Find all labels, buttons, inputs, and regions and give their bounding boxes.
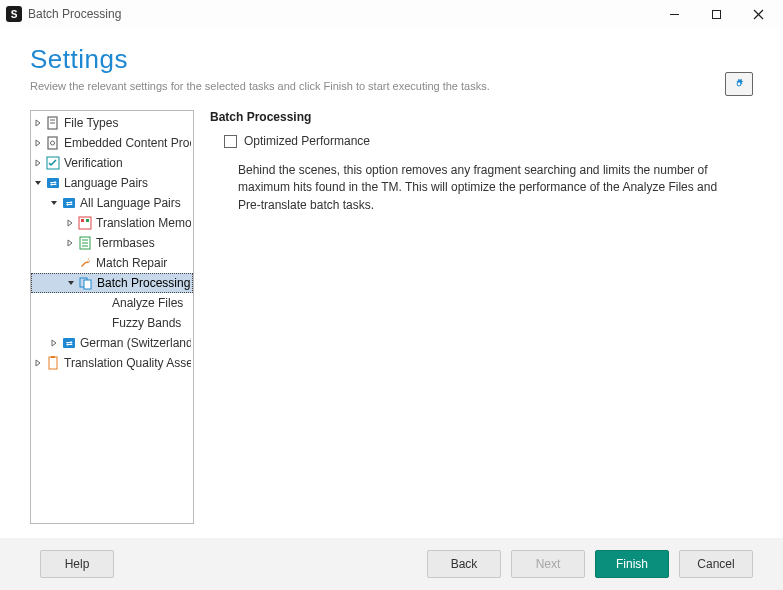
svg-text:⇄: ⇄: [66, 339, 73, 348]
app-icon: S: [6, 6, 22, 22]
expander-icon[interactable]: [65, 218, 75, 228]
optimized-performance-checkbox[interactable]: [224, 135, 237, 148]
tree-item-tqa[interactable]: Translation Quality Assessment: [31, 353, 193, 373]
page-subtitle: Review the relevant settings for the sel…: [30, 80, 753, 92]
panel-heading: Batch Processing: [210, 110, 753, 124]
language-icon: ⇄: [61, 335, 77, 351]
language-icon: ⇄: [45, 175, 61, 191]
svg-point-5: [738, 83, 741, 86]
expander-spacer: [81, 318, 91, 328]
titlebar: S Batch Processing: [0, 0, 783, 28]
svg-rect-16: [79, 217, 91, 229]
footer: Help Back Next Finish Cancel: [0, 538, 783, 590]
finish-button[interactable]: Finish: [595, 550, 669, 578]
language-icon: ⇄: [61, 195, 77, 211]
settings-tree[interactable]: File Types Embedded Content Processors V…: [30, 110, 194, 524]
expander-icon[interactable]: [33, 158, 43, 168]
spacer-icon: [93, 315, 109, 331]
tree-item-translation-memory[interactable]: Translation Memory: [31, 213, 193, 233]
svg-rect-24: [84, 280, 91, 289]
expander-icon[interactable]: [65, 238, 75, 248]
svg-rect-18: [86, 219, 89, 222]
expander-collapse-icon[interactable]: [49, 198, 59, 208]
batch-icon: [78, 275, 94, 291]
content-panel: Batch Processing Optimized Performance B…: [194, 110, 753, 524]
tree-label: Match Repair: [96, 256, 167, 270]
tree-item-fuzzy-bands[interactable]: Fuzzy Bands: [31, 313, 193, 333]
close-button[interactable]: [737, 2, 779, 26]
svg-rect-17: [81, 219, 84, 222]
header: Settings Review the relevant settings fo…: [0, 28, 783, 96]
svg-rect-9: [48, 137, 57, 149]
tree-item-termbases[interactable]: Termbases: [31, 233, 193, 253]
expander-collapse-icon[interactable]: [33, 178, 43, 188]
expander-icon[interactable]: [49, 338, 59, 348]
tree-item-embedded-content[interactable]: Embedded Content Processors: [31, 133, 193, 153]
expander-collapse-icon[interactable]: [66, 278, 76, 288]
expander-icon[interactable]: [33, 358, 43, 368]
expander-icon[interactable]: [33, 118, 43, 128]
tree-item-match-repair[interactable]: Match Repair: [31, 253, 193, 273]
tree-item-batch-processing[interactable]: Batch Processing: [31, 273, 193, 293]
tree-item-all-language-pairs[interactable]: ⇄ All Language Pairs: [31, 193, 193, 213]
tree-item-analyze-files[interactable]: Analyze Files: [31, 293, 193, 313]
window-title: Batch Processing: [28, 7, 121, 21]
maximize-button[interactable]: [695, 2, 737, 26]
tree-item-german-switzerland[interactable]: ⇄ German (Switzerland): [31, 333, 193, 353]
svg-rect-27: [49, 357, 57, 369]
minimize-button[interactable]: [653, 2, 695, 26]
clipboard-icon: [45, 355, 61, 371]
optimized-performance-row[interactable]: Optimized Performance: [210, 134, 753, 148]
tree-label: Verification: [64, 156, 123, 170]
page-title: Settings: [30, 44, 753, 75]
tree-label: Embedded Content Processors: [64, 136, 191, 150]
tree-label: File Types: [64, 116, 118, 130]
wrench-icon: [77, 255, 93, 271]
spacer-icon: [93, 295, 109, 311]
back-button[interactable]: Back: [427, 550, 501, 578]
tree-label: Translation Quality Assessment: [64, 356, 191, 370]
tree-label: Analyze Files: [112, 296, 183, 310]
tree-label: Termbases: [96, 236, 155, 250]
tree-label: German (Switzerland): [80, 336, 191, 350]
settings-gear-icon: [725, 72, 753, 96]
svg-rect-28: [51, 356, 55, 358]
tree-label: All Language Pairs: [80, 196, 181, 210]
expander-spacer: [65, 258, 75, 268]
tree-label: Fuzzy Bands: [112, 316, 181, 330]
expander-spacer: [81, 298, 91, 308]
check-icon: [45, 155, 61, 171]
tree-item-file-types[interactable]: File Types: [31, 113, 193, 133]
svg-point-10: [51, 141, 55, 145]
expander-icon[interactable]: [33, 138, 43, 148]
svg-text:⇄: ⇄: [66, 199, 73, 208]
svg-rect-1: [712, 10, 720, 18]
termbase-icon: [77, 235, 93, 251]
tree-item-language-pairs[interactable]: ⇄ Language Pairs: [31, 173, 193, 193]
document-icon: [45, 135, 61, 151]
tree-item-verification[interactable]: Verification: [31, 153, 193, 173]
cancel-button[interactable]: Cancel: [679, 550, 753, 578]
tree-label: Batch Processing: [97, 276, 190, 290]
tree-label: Translation Memory: [96, 216, 191, 230]
tree-label: Language Pairs: [64, 176, 148, 190]
document-icon: [45, 115, 61, 131]
next-button: Next: [511, 550, 585, 578]
checkbox-label: Optimized Performance: [244, 134, 370, 148]
tm-icon: [77, 215, 93, 231]
help-button[interactable]: Help: [40, 550, 114, 578]
svg-text:⇄: ⇄: [50, 179, 57, 188]
option-description: Behind the scenes, this option removes a…: [210, 162, 730, 214]
